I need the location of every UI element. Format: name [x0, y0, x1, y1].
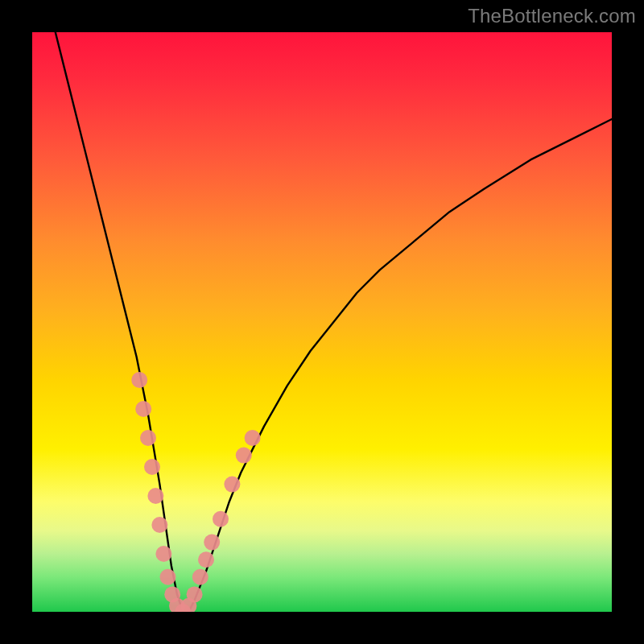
data-point [147, 488, 163, 504]
curve-line [56, 32, 612, 612]
data-point [224, 477, 240, 493]
data-point [192, 569, 208, 585]
data-point [187, 586, 203, 602]
data-point [213, 511, 229, 527]
watermark-label: TheBottleneck.com [468, 5, 636, 27]
data-point [135, 401, 151, 417]
chart-frame: TheBottleneck.com [0, 0, 644, 644]
data-point [155, 546, 171, 562]
data-point [198, 551, 214, 568]
bottleneck-chart [32, 32, 612, 612]
data-point [160, 569, 176, 585]
data-point [204, 535, 220, 551]
plot-area [32, 32, 612, 612]
data-point [140, 430, 156, 446]
data-point [144, 459, 160, 475]
data-point [245, 430, 261, 446]
data-point [151, 517, 167, 533]
data-point [236, 448, 252, 464]
data-point [131, 372, 147, 388]
